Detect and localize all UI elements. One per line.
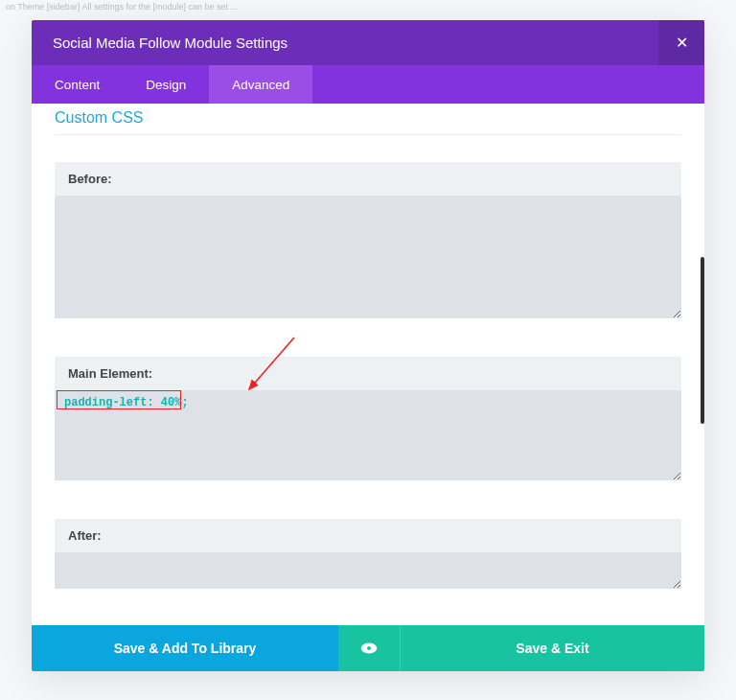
scrollbar-thumb[interactable] (701, 257, 704, 424)
tab-content[interactable]: Content (32, 65, 123, 104)
module-settings-modal: Social Media Follow Module Settings ✕ Co… (32, 20, 704, 671)
css-after-block: After: (55, 519, 681, 593)
modal-body: Custom CSS Before: Main Element: After: (32, 104, 704, 625)
tab-design-label: Design (146, 78, 186, 92)
save-and-exit-label: Save & Exit (516, 641, 588, 656)
save-add-to-library-label: Save & Add To Library (114, 641, 257, 656)
svg-point-3 (367, 646, 371, 650)
css-before-block: Before: (55, 162, 681, 322)
save-and-exit-button[interactable]: Save & Exit (400, 625, 704, 671)
tab-advanced-label: Advanced (232, 78, 289, 92)
eye-icon (359, 639, 379, 658)
close-icon: ✕ (676, 34, 688, 52)
save-add-to-library-button[interactable]: Save & Add To Library (32, 625, 338, 671)
modal-footer: Save & Add To Library Save & Exit (32, 625, 704, 671)
section-title-custom-css: Custom CSS (55, 109, 681, 127)
preview-button[interactable] (338, 625, 400, 671)
tabs-bar: Content Design Advanced (32, 65, 704, 104)
css-after-label: After: (55, 519, 681, 552)
css-main-element-block: Main Element: (55, 357, 681, 484)
css-main-element-textarea[interactable] (55, 390, 681, 480)
section-divider (55, 134, 681, 135)
modal-header: Social Media Follow Module Settings ✕ (32, 20, 704, 65)
modal-title: Social Media Follow Module Settings (53, 35, 288, 51)
css-before-label: Before: (55, 162, 681, 196)
tab-design[interactable]: Design (123, 65, 209, 104)
tab-advanced[interactable]: Advanced (209, 65, 312, 104)
css-before-textarea[interactable] (55, 196, 681, 318)
css-main-element-label: Main Element: (55, 357, 681, 390)
tab-content-label: Content (55, 78, 100, 92)
background-blurred-text: on Theme [sidebar] All settings for the … (0, 0, 736, 14)
close-button[interactable]: ✕ (658, 20, 704, 65)
css-after-textarea[interactable] (55, 552, 681, 589)
